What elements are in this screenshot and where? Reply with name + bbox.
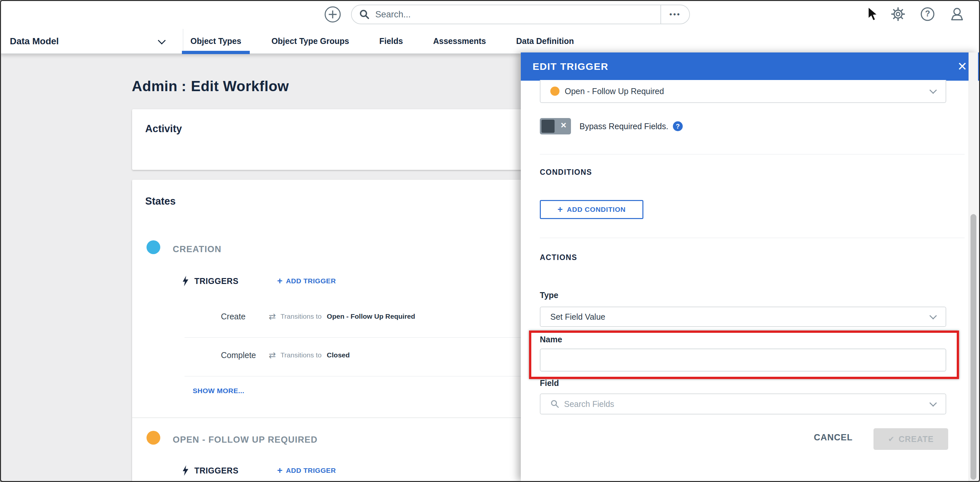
chevron-down-icon — [158, 37, 165, 44]
page-title-prefix: Admin — [132, 78, 177, 94]
chevron-down-icon — [929, 399, 937, 407]
user-icon[interactable] — [950, 6, 965, 22]
add-trigger-label: ADD TRIGGER — [286, 467, 336, 474]
svg-text:?: ? — [925, 9, 930, 18]
module-selector[interactable]: Data Model — [10, 29, 59, 53]
state-name-creation: CREATION — [173, 244, 221, 254]
transition-target: Closed — [327, 351, 350, 359]
top-bar: ••• ? — [1, 1, 979, 29]
type-label: Type — [540, 290, 558, 300]
section-divider — [132, 417, 542, 418]
page-title-separator: : — [181, 78, 186, 94]
trigger-row-create[interactable]: Create ⇄ Transitions to Open - Follow Up… — [221, 311, 415, 321]
chevron-down-icon — [929, 312, 937, 320]
divider — [185, 376, 542, 377]
divider — [540, 238, 965, 238]
top-bar-icons: ? — [891, 6, 965, 22]
field-label: Field — [540, 378, 559, 388]
transitions-label: Transitions to — [280, 313, 321, 320]
plus-icon: + — [277, 278, 283, 284]
cancel-button[interactable]: CANCEL — [812, 432, 855, 443]
page-title-suffix: Edit Workflow — [191, 78, 289, 94]
tab-assessments[interactable]: Assessments — [433, 37, 486, 46]
type-select-value: Set Field Value — [550, 312, 605, 322]
tab-object-type-groups[interactable]: Object Type Groups — [271, 37, 349, 46]
module-selector-label: Data Model — [10, 36, 59, 46]
tab-object-types[interactable]: Object Types — [191, 37, 241, 46]
nav-tabs: Object Types Object Type Groups Fields A… — [191, 29, 574, 53]
global-search-bar: ••• — [351, 5, 690, 24]
close-icon[interactable]: ✕ — [958, 61, 967, 72]
tab-fields[interactable]: Fields — [379, 37, 403, 46]
create-new-button[interactable] — [324, 6, 341, 23]
add-condition-button[interactable]: + ADD CONDITION — [540, 200, 643, 219]
edit-trigger-panel: EDIT TRIGGER ✕ Open - Follow Up Required… — [521, 53, 979, 481]
name-label: Name — [540, 335, 562, 344]
activity-card: Activity — [132, 109, 542, 170]
toggle-off-icon: ✕ — [560, 121, 567, 130]
tab-data-definition[interactable]: Data Definition — [516, 37, 574, 46]
add-condition-label: ADD CONDITION — [567, 206, 626, 214]
bypass-toggle[interactable]: ✕ — [540, 118, 571, 134]
triggers-header-creation: TRIGGERS + ADD TRIGGER — [182, 275, 336, 287]
plus-icon: + — [557, 207, 563, 212]
add-trigger-label: ADD TRIGGER — [286, 277, 336, 285]
toggle-knob — [541, 120, 555, 133]
search-input[interactable] — [375, 9, 660, 20]
help-icon[interactable]: ? — [920, 6, 935, 22]
plus-icon: + — [277, 467, 283, 474]
trigger-row-complete[interactable]: Complete ⇄ Transitions to Closed — [221, 350, 350, 360]
trigger-name: Complete — [221, 351, 260, 360]
trigger-name: Create — [221, 312, 260, 321]
help-badge-icon[interactable]: ? — [673, 121, 683, 131]
transitions-icon: ⇄ — [269, 350, 276, 360]
triggers-header-open-follow-up: TRIGGERS + ADD TRIGGER — [182, 465, 336, 476]
app-window: ••• ? — [0, 0, 980, 482]
bypass-toggle-label: Bypass Required Fields. — [579, 122, 668, 131]
show-more-link[interactable]: SHOW MORE... — [193, 387, 245, 395]
transitions-label: Transitions to — [280, 351, 321, 359]
add-trigger-button-creation[interactable]: + ADD TRIGGER — [277, 277, 336, 285]
create-button[interactable]: ✔ CREATE — [873, 428, 948, 450]
triggers-label: TRIGGERS — [194, 466, 239, 476]
actions-heading: ACTIONS — [540, 253, 577, 262]
page-title: Admin:Edit Workflow — [132, 78, 289, 94]
state-name-open-follow-up: OPEN - FOLLOW UP REQUIRED — [173, 435, 318, 445]
panel-title: EDIT TRIGGER — [533, 61, 608, 72]
triggers-label: TRIGGERS — [194, 276, 239, 286]
search-icon — [359, 9, 370, 20]
field-search-select[interactable]: Search Fields — [540, 393, 946, 415]
nav-divider — [183, 29, 183, 53]
plus-circle-icon — [324, 6, 341, 23]
module-nav: Data Model Object Types Object Type Grou… — [1, 29, 979, 54]
action-type-select[interactable]: Set Field Value — [540, 306, 946, 327]
divider — [185, 337, 542, 338]
states-card: States CREATION TRIGGERS + ADD TRIGGER C… — [132, 180, 542, 482]
states-card-title: States — [145, 195, 176, 207]
check-icon: ✔ — [888, 435, 894, 443]
gear-icon[interactable] — [891, 6, 905, 22]
transitions-icon: ⇄ — [269, 311, 276, 321]
search-icon — [550, 399, 560, 409]
field-search-placeholder: Search Fields — [564, 399, 614, 409]
activity-card-title: Activity — [145, 123, 182, 135]
chevron-down-icon — [929, 86, 937, 94]
state-select-value: Open - Follow Up Required — [565, 86, 664, 96]
panel-scrollbar — [969, 53, 978, 481]
trigger-state-select[interactable]: Open - Follow Up Required — [540, 80, 946, 103]
lightning-icon — [182, 465, 190, 476]
edit-trigger-panel-header: EDIT TRIGGER ✕ — [521, 53, 979, 81]
bypass-required-fields-row: ✕ Bypass Required Fields. ? — [540, 118, 683, 134]
transition-target: Open - Follow Up Required — [327, 313, 415, 320]
scrollbar-thumb[interactable] — [970, 214, 977, 480]
trigger-name-input[interactable] — [540, 348, 946, 372]
state-dot-open-follow-up — [146, 431, 160, 445]
conditions-heading: CONDITIONS — [540, 168, 592, 177]
state-dot-creation — [146, 240, 160, 254]
create-button-label: CREATE — [899, 434, 934, 444]
state-color-dot — [550, 86, 560, 96]
lightning-icon — [182, 276, 190, 286]
divider — [540, 154, 965, 155]
search-options-button[interactable]: ••• — [661, 10, 689, 19]
add-trigger-button-open-follow-up[interactable]: + ADD TRIGGER — [277, 467, 336, 474]
